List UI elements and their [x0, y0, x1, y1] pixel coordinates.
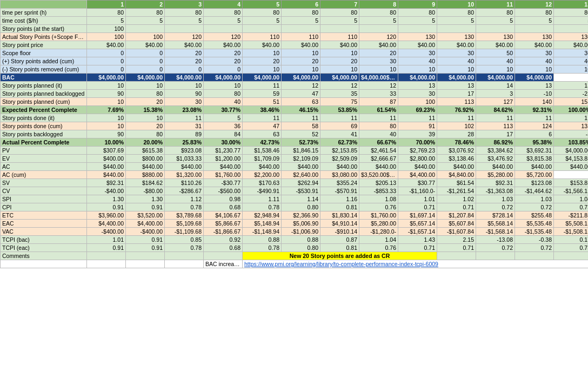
cell-11-4: 51 [243, 98, 282, 106]
cell-7-9: 10 [437, 65, 476, 74]
cell-7-0: 0 [87, 65, 126, 74]
cell-2-10 [476, 25, 515, 33]
cell-1-10: 5 [476, 17, 515, 25]
cell-14-3: 36 [204, 122, 243, 130]
cell-13-2: 11 [165, 114, 204, 122]
row-label-12: Expected Percent Complete [1, 106, 87, 114]
cell-26-6: $4,910.14 [320, 220, 359, 228]
cell-2-9 [437, 25, 476, 33]
cell-14-9: 102 [437, 122, 476, 130]
cell-25-5: $2,366.90 [282, 211, 320, 220]
comment-yellow: New 20 Story points are added as CR [243, 252, 437, 260]
row-label-5: Scope floor [1, 49, 87, 57]
cell-28-12: 0.17 [554, 236, 589, 244]
cell-19-12: $440.00 [554, 163, 589, 171]
cell-12-11: 92.31% [515, 106, 554, 114]
row-label-29: TCPI (eac) [1, 244, 87, 252]
bac-empty-2 [165, 260, 204, 268]
cell-23-1: 1.30 [126, 195, 165, 203]
cell-3-10: 130 [476, 33, 515, 41]
cell-23-9: 1.02 [437, 195, 476, 203]
cell-22-7: -$853.33 [359, 187, 398, 195]
bac-link-cell[interactable]: https://www.pmi.org/learning/library/to-… [243, 260, 589, 268]
cell-15-11: 6 [515, 130, 554, 138]
comment-empty-end-1 [476, 252, 515, 260]
cell-10-1: 80 [126, 90, 165, 98]
cell-18-0: $400.00 [87, 155, 126, 163]
cell-7-10: 10 [476, 65, 515, 74]
cell-6-2: 20 [165, 57, 204, 65]
cell-25-11: $255.48 [515, 211, 554, 220]
cell-14-11: 124 [515, 122, 554, 130]
cell-18-2: $1,033.33 [165, 155, 204, 163]
cell-26-2: $5,109.68 [165, 220, 204, 228]
col-header-8: 8 [359, 1, 398, 9]
cell-21-8: $30.77 [398, 179, 437, 187]
cell-21-4: $170.63 [243, 179, 282, 187]
cell-18-5: $2,109.09 [282, 155, 320, 163]
cell-14-7: 80 [359, 122, 398, 130]
table-row: ETC$3,960.00$3,520.00$3,789.68$4,106.67$… [1, 211, 589, 220]
cell-13-5: 11 [282, 114, 320, 122]
cell-2-4 [243, 25, 282, 33]
cell-27-8: -$1,657.14 [398, 228, 437, 236]
cell-19-2: $440.00 [165, 163, 204, 171]
cell-16-8: 70.00% [398, 138, 437, 147]
cell-22-11: -$1,464.62 [515, 187, 554, 195]
row-label-19: AC [1, 163, 87, 171]
cell-5-9: 30 [437, 49, 476, 57]
cell-20-2: $1,320.00 [165, 171, 204, 179]
cell-0-8: 80 [398, 9, 437, 17]
cell-16-4: 42.73% [243, 138, 282, 147]
cell-25-10: $728.14 [476, 211, 515, 220]
cell-14-12: 135 [554, 122, 589, 130]
cell-28-2: 0.85 [165, 236, 204, 244]
cell-16-0: 10.00% [87, 138, 126, 147]
cell-7-3: 0 [204, 65, 243, 74]
cell-0-6: 80 [320, 9, 359, 17]
cell-21-9: $61.54 [437, 179, 476, 187]
comments-label: Comments [1, 252, 87, 260]
cell-6-5: 20 [282, 57, 320, 65]
cell-9-3: 10 [204, 82, 243, 90]
cell-9-11: 13 [515, 82, 554, 90]
table-row: TCPI (bac)1.010.910.850.920.880.880.871.… [1, 236, 589, 244]
cell-15-12: -5 [554, 130, 589, 138]
cell-9-12: 13 [554, 82, 589, 90]
cell-27-2: -$1,109.68 [165, 228, 204, 236]
table-row: Story points planned (it)101010101112121… [1, 82, 589, 90]
comment-empty-0 [87, 252, 126, 260]
cell-22-9: -$1,261.54 [437, 187, 476, 195]
cell-29-9: 0.71 [437, 244, 476, 252]
comment-empty-end-3 [554, 252, 589, 260]
cell-22-1: -$80.00 [126, 187, 165, 195]
cell-9-1: 10 [126, 82, 165, 90]
cell-1-5: 5 [282, 17, 320, 25]
cell-22-5: -$530.91 [282, 187, 320, 195]
cell-7-12: 10 [554, 65, 589, 74]
cell-22-8: -$1,160.0- [398, 187, 437, 195]
cell-3-9: 130 [437, 33, 476, 41]
cell-27-12: -$1,508.15 [554, 228, 589, 236]
table-row: BAC$4,000.00$4,000.00$4,000.00$4,000.00$… [1, 74, 589, 82]
cell-3-5: 110 [282, 33, 320, 41]
cell-26-8: $5,657.14 [398, 220, 437, 228]
cell-8-11: $4,000.00 [515, 74, 554, 82]
bac-link[interactable]: https://www.pmi.org/learning/library/to-… [244, 261, 438, 267]
cell-28-0: 1.01 [87, 236, 126, 244]
cell-24-9: 0.71 [437, 203, 476, 211]
cell-17-7: $2,461.54 [359, 147, 398, 155]
cell-26-9: $5,607.84 [437, 220, 476, 228]
cell-9-2: 10 [165, 82, 204, 90]
cell-16-12: 103.85% [554, 138, 589, 147]
row-label-24: CPI [1, 203, 87, 211]
cell-27-9: -$1,607.84 [437, 228, 476, 236]
cell-5-2: 20 [165, 49, 204, 57]
cell-6-4: 20 [243, 57, 282, 65]
cell-19-6: $440.00 [320, 163, 359, 171]
row-label-2: Story points (at the start) [1, 25, 87, 33]
cell-12-2: 23.08% [165, 106, 204, 114]
cell-18-8: $2,800.00 [398, 155, 437, 163]
cell-7-2: 0 [165, 65, 204, 74]
cell-15-4: 63 [243, 130, 282, 138]
